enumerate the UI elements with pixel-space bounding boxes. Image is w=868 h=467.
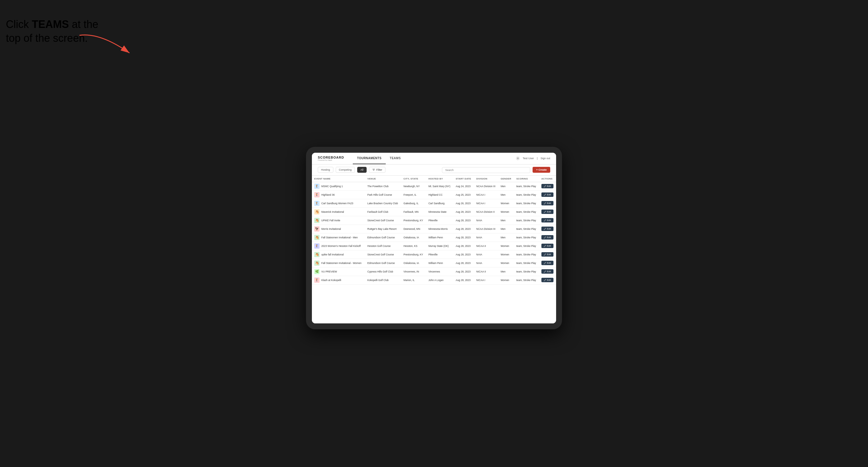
col-division: DIVISION <box>474 176 498 182</box>
cell-hosted-by: William Penn <box>426 233 454 242</box>
cell-date: Aug 28, 2023 <box>454 242 474 250</box>
edit-button[interactable]: Edit <box>541 226 554 231</box>
cell-division: NCAA Division III <box>474 224 498 233</box>
edit-icon <box>544 202 546 205</box>
cell-actions: Edit <box>539 224 556 233</box>
cell-venue: Edmundson Golf Course <box>365 259 401 267</box>
cell-venue: Cypress Hills Golf Club <box>365 267 401 276</box>
cell-actions: Edit <box>539 216 556 224</box>
cell-date: Aug 28, 2023 <box>454 216 474 224</box>
cell-event-name: 🏌 MSMC Qualifying 1 <box>312 182 365 190</box>
edit-button[interactable]: Edit <box>541 261 554 265</box>
svg-line-5 <box>545 185 546 186</box>
col-actions: ACTIONS <box>539 176 556 182</box>
cell-event-name: 🌿 VU PREVIEW <box>312 267 365 276</box>
edit-button[interactable]: Edit <box>541 235 554 240</box>
table-header: EVENT NAME VENUE CITY, STATE HOSTED BY S… <box>312 176 556 182</box>
app-logo: SCOREBOARD Powered by clippit <box>318 156 344 161</box>
edit-icon <box>544 262 546 264</box>
edit-icon <box>544 228 546 230</box>
cell-event-name: 🦅 Morris Invitational <box>312 224 365 233</box>
cell-hosted-by: Pikeville <box>426 250 454 259</box>
table-row: 🦅 Morris Invitational Ruttger's Bay Lake… <box>312 224 556 233</box>
cell-gender: Men <box>498 190 514 199</box>
team-icon: 🐴 <box>314 218 319 223</box>
cell-hosted-by: Mt. Saint Mary (NY) <box>426 182 454 190</box>
cell-scoring: team, Stroke Play <box>514 250 539 259</box>
cell-division: NICAA II <box>474 242 498 250</box>
table-row: 🏌 Carl Sandburg Women FA23 Lake Bracken … <box>312 199 556 208</box>
edit-icon <box>544 185 546 187</box>
tablet-screen: SCOREBOARD Powered by clippit TOURNAMENT… <box>312 153 556 323</box>
edit-button[interactable]: Edit <box>541 192 554 197</box>
cell-hosted-by: William Penn <box>426 259 454 267</box>
cell-hosted-by: Minnesota State <box>426 208 454 216</box>
edit-button[interactable]: Edit <box>541 269 554 274</box>
cell-scoring: team, Stroke Play <box>514 233 539 242</box>
cell-date: Aug 28, 2023 <box>454 259 474 267</box>
svg-line-11 <box>545 237 546 237</box>
edit-button[interactable]: Edit <box>541 278 554 282</box>
edit-icon <box>544 245 546 247</box>
table-row: 🏌 Highland 36 Park Hills Golf Course Fre… <box>312 190 556 199</box>
competing-button[interactable]: Competing <box>336 167 355 173</box>
team-icon: 🏌 <box>314 192 319 197</box>
cell-division: NCAA Division III <box>474 182 498 190</box>
cell-actions: Edit <box>539 267 556 276</box>
col-hosted-by: HOSTED BY <box>426 176 454 182</box>
cell-venue: Lake Bracken Country Club <box>365 199 401 208</box>
cell-scoring: team, Stroke Play <box>514 259 539 267</box>
cell-actions: Edit <box>539 242 556 250</box>
table-row: 🏌 Klash at Kokopelli Kokopelli Golf Club… <box>312 276 556 284</box>
cell-venue: Ruttger's Bay Lake Resort <box>365 224 401 233</box>
tablet-frame: SCOREBOARD Powered by clippit TOURNAMENT… <box>306 147 562 329</box>
cell-city: Oskaloosa, IA <box>401 233 426 242</box>
cell-division: NAIA <box>474 216 498 224</box>
cell-gender: Women <box>498 259 514 267</box>
cell-city: Galesburg, IL <box>401 199 426 208</box>
cell-venue: StoneCrest Golf Course <box>365 216 401 224</box>
cell-actions: Edit <box>539 233 556 242</box>
sign-out-link[interactable]: Sign out <box>540 157 550 160</box>
cell-scoring: team, Stroke Play <box>514 224 539 233</box>
edit-button[interactable]: Edit <box>541 244 554 248</box>
all-button[interactable]: All <box>357 167 367 173</box>
edit-button[interactable]: Edit <box>541 218 554 222</box>
app-header: SCOREBOARD Powered by clippit TOURNAMENT… <box>312 153 556 164</box>
search-input[interactable] <box>442 167 530 173</box>
tab-teams[interactable]: TEAMS <box>386 153 405 164</box>
cell-hosted-by: John A Logan <box>426 276 454 284</box>
table-body: 🏌 MSMC Qualifying 1 The Powelton Club Ne… <box>312 182 556 284</box>
cell-division: NAIA <box>474 250 498 259</box>
edit-button[interactable]: Edit <box>541 201 554 206</box>
cell-date: Aug 25, 2023 <box>454 190 474 199</box>
create-button[interactable]: + Create <box>533 167 550 173</box>
cell-hosted-by: Murray State (OK) <box>426 242 454 250</box>
cell-event-name: 🐴 UPIKE Fall Invite <box>312 216 365 224</box>
cell-actions: Edit <box>539 276 556 284</box>
cell-city: Vincennes, IN <box>401 267 426 276</box>
team-icon: 🐴 <box>314 252 319 257</box>
edit-icon <box>544 279 546 281</box>
hosting-button[interactable]: Hosting <box>318 167 333 173</box>
cell-division: NICAA I <box>474 199 498 208</box>
svg-line-12 <box>545 245 546 245</box>
svg-point-1 <box>517 158 518 159</box>
tab-tournaments[interactable]: TOURNAMENTS <box>353 153 385 164</box>
col-city: CITY, STATE <box>401 176 426 182</box>
cell-city: Hesston, KS <box>401 242 426 250</box>
edit-button[interactable]: Edit <box>541 184 554 188</box>
edit-button[interactable]: Edit <box>541 252 554 257</box>
cell-division: NICAA I <box>474 190 498 199</box>
separator: | <box>537 157 537 160</box>
team-icon: 🐴 <box>314 260 319 266</box>
cell-event-name: 🐴 Fall Statesmen Invitational - Women <box>312 259 365 267</box>
settings-icon[interactable] <box>516 156 520 160</box>
cell-scoring: team, Stroke Play <box>514 182 539 190</box>
edit-button[interactable]: Edit <box>541 210 554 214</box>
svg-line-8 <box>545 211 546 211</box>
cell-hosted-by: Carl Sandburg <box>426 199 454 208</box>
filter-button[interactable]: Filter <box>369 167 385 173</box>
cell-division: NAIA <box>474 233 498 242</box>
cell-city: Freeport, IL <box>401 190 426 199</box>
